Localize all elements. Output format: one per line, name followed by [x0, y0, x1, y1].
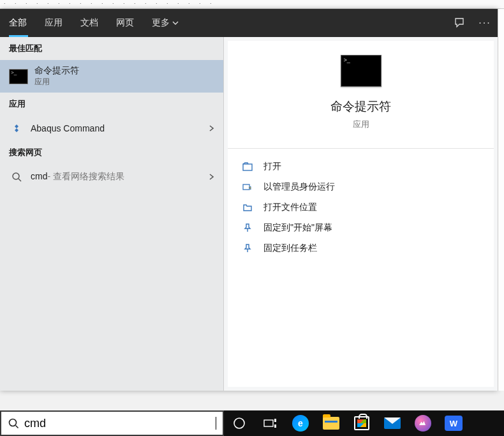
preview-subtitle: 应用 [353, 119, 369, 130]
result-best-match-cmd[interactable]: 命令提示符 应用 [0, 60, 223, 93]
feedback-icon [454, 17, 465, 29]
taskbar-store[interactable] [346, 410, 377, 436]
result-web-hint: - 查看网络搜索结果 [47, 171, 124, 183]
edge-icon: e [292, 415, 309, 432]
action-open[interactable]: 打开 [233, 156, 489, 177]
chevron-right-icon [208, 124, 214, 133]
action-open-location[interactable]: 打开文件位置 [233, 197, 489, 218]
tab-apps[interactable]: 应用 [36, 9, 71, 37]
feedback-button[interactable] [447, 9, 472, 37]
preview-pane: 命令提示符 应用 打开 以管理员身份运行 打开文件位置 [228, 41, 494, 387]
folder-icon [323, 417, 339, 430]
section-web: 搜索网页 [0, 141, 223, 164]
gallery-icon [415, 415, 431, 432]
pin-icon [241, 243, 255, 253]
store-icon [354, 416, 369, 430]
tab-more-label: 更多 [152, 17, 170, 29]
preview-thumb-icon [341, 55, 382, 87]
action-label: 打开文件位置 [263, 202, 317, 213]
action-run-admin[interactable]: 以管理员身份运行 [233, 177, 489, 197]
tab-web[interactable]: 网页 [107, 9, 143, 37]
search-filter-header: 全部 应用 文档 网页 更多 ··· [0, 9, 498, 37]
section-apps: 应用 [0, 93, 223, 116]
search-body: 最佳匹配 命令提示符 应用 应用 Abaqus Command 搜索网页 [0, 37, 498, 391]
cortana-icon [233, 417, 246, 430]
svg-rect-5 [264, 420, 273, 426]
taskbar: e W [224, 410, 504, 436]
result-web-cmd[interactable]: cmd - 查看网络搜索结果 [0, 164, 223, 190]
tab-documents[interactable]: 文档 [71, 9, 107, 37]
action-pin-taskbar[interactable]: 固定到任务栏 [233, 238, 489, 259]
abaqus-icon [9, 121, 24, 136]
taskbar-cortana[interactable] [224, 410, 255, 436]
taskbar-edge[interactable]: e [285, 410, 316, 436]
background-window-fragment: · · · · · · · · · · · · · · · · · · · · [0, 0, 504, 9]
search-icon [8, 417, 19, 429]
svg-point-0 [13, 173, 19, 179]
results-pane: 最佳匹配 命令提示符 应用 应用 Abaqus Command 搜索网页 [0, 37, 224, 391]
svg-rect-7 [274, 425, 276, 428]
divider [228, 148, 494, 149]
taskbar-mail[interactable] [377, 410, 408, 436]
admin-icon [241, 183, 255, 192]
result-web-query: cmd [31, 171, 47, 181]
taskbar-explorer[interactable] [316, 410, 346, 436]
action-label: 固定到任务栏 [263, 243, 317, 254]
tab-all[interactable]: 全部 [0, 9, 36, 37]
windows-search-panel: 全部 应用 文档 网页 更多 ··· 最佳匹配 命令提示符 应用 应用 [0, 9, 498, 391]
search-box[interactable] [0, 410, 224, 436]
action-label: 以管理员身份运行 [263, 181, 335, 193]
result-title: Abaqus Command [31, 123, 208, 133]
search-input[interactable] [24, 417, 215, 430]
action-label: 打开 [263, 161, 281, 172]
folder-icon [241, 203, 255, 212]
result-title: 命令提示符 [34, 65, 214, 77]
open-icon [241, 162, 255, 171]
svg-rect-6 [274, 419, 276, 422]
taskbar-gallery[interactable] [408, 410, 438, 436]
tab-more[interactable]: 更多 [143, 9, 188, 37]
svg-point-3 [10, 419, 17, 426]
chevron-right-icon [208, 172, 214, 181]
preview-title: 命令提示符 [330, 98, 391, 115]
scrollbar-strip [498, 9, 504, 391]
result-subtitle: 应用 [34, 77, 214, 87]
cmd-icon [9, 67, 28, 86]
taskview-icon [263, 417, 277, 429]
mail-icon [384, 417, 401, 429]
svg-rect-1 [243, 164, 252, 170]
preview-actions: 打开 以管理员身份运行 打开文件位置 固定到"开始"屏幕 固定到任务栏 [228, 153, 494, 262]
search-icon [9, 169, 24, 184]
options-button[interactable]: ··· [472, 9, 498, 37]
wps-icon: W [445, 416, 463, 431]
section-best-match: 最佳匹配 [0, 37, 223, 60]
action-label: 固定到"开始"屏幕 [263, 222, 332, 234]
taskbar-wps[interactable]: W [438, 410, 469, 436]
pin-icon [241, 223, 255, 233]
svg-point-4 [234, 418, 244, 428]
taskbar-taskview[interactable] [255, 410, 285, 436]
chevron-down-icon [172, 20, 179, 26]
text-caret [216, 417, 216, 430]
action-pin-start[interactable]: 固定到"开始"屏幕 [233, 218, 489, 238]
ellipsis-icon: ··· [478, 17, 491, 29]
result-app-abaqus[interactable]: Abaqus Command [0, 116, 223, 141]
svg-rect-2 [243, 184, 249, 190]
